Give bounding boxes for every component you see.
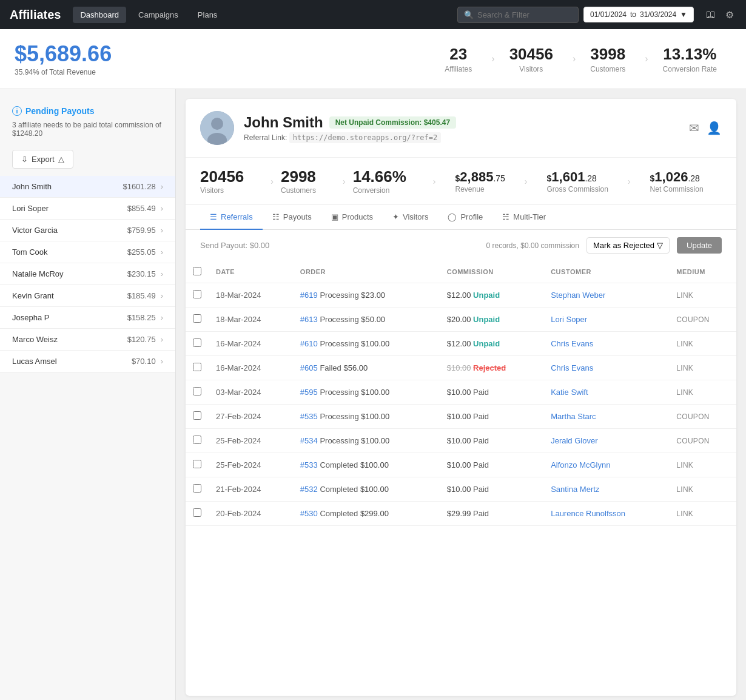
stat-net-commission: $1,026.28 Net Commission: [638, 169, 716, 194]
customer-link[interactable]: Martha Starc: [551, 412, 596, 421]
currency-symbol: $: [15, 41, 27, 66]
col-order: ORDER: [293, 261, 440, 283]
commission-status: Rejected: [473, 363, 506, 372]
row-order: #530 Completed $299.00: [293, 502, 440, 526]
row-checkbox[interactable]: [186, 356, 209, 380]
order-link[interactable]: #533: [300, 460, 318, 469]
nav-plans[interactable]: Plans: [190, 7, 225, 23]
medium-label: LINK: [676, 461, 693, 469]
order-link[interactable]: #530: [300, 509, 318, 518]
profile-icon: ◯: [448, 212, 457, 221]
tab-referrals[interactable]: ☰ Referrals: [200, 205, 263, 230]
customer-link[interactable]: Chris Evans: [551, 339, 593, 348]
order-amount: $100.00: [360, 460, 389, 469]
row-checkbox[interactable]: [186, 332, 209, 356]
row-checkbox[interactable]: [186, 380, 209, 405]
tab-payouts[interactable]: ☷ Payouts: [263, 205, 321, 230]
row-commission: $10.00 Paid: [440, 477, 543, 502]
customer-link[interactable]: Lori Soper: [551, 315, 587, 324]
row-checkbox[interactable]: [186, 477, 209, 502]
row-medium: LINK: [669, 477, 736, 502]
order-link[interactable]: #534: [300, 436, 318, 445]
tab-multitier[interactable]: ☵ Multi-Tier: [492, 205, 556, 230]
referral-url[interactable]: https://demo.storeapps.org/?ref=2: [289, 132, 441, 143]
order-amount: $50.00: [361, 315, 385, 324]
order-status: Processing: [320, 339, 358, 348]
row-medium: LINK: [669, 502, 736, 526]
referral-link-row: Referral Link: https://demo.storeapps.or…: [244, 133, 679, 142]
row-date: 18-Mar-2024: [209, 308, 293, 332]
medium-label: LINK: [676, 364, 693, 372]
row-customer: Chris Evans: [543, 356, 669, 380]
affiliate-item[interactable]: Marco Weisz $120.75 ›: [0, 329, 175, 351]
search-box[interactable]: 🔍: [457, 7, 579, 23]
row-order: #619 Processing $23.00: [293, 283, 440, 308]
affiliate-item[interactable]: Natalie McRoy $230.15 ›: [0, 263, 175, 285]
book-icon[interactable]: 🕮: [704, 7, 718, 23]
tab-profile[interactable]: ◯ Profile: [438, 205, 492, 230]
order-status: Processing: [320, 388, 358, 397]
affiliate-item[interactable]: Josepha P $158.25 ›: [0, 307, 175, 329]
email-icon[interactable]: ✉: [689, 121, 699, 135]
row-date: 18-Mar-2024: [209, 283, 293, 308]
order-link[interactable]: #613: [300, 315, 318, 324]
search-input[interactable]: [477, 10, 572, 19]
select-all-checkbox[interactable]: [193, 267, 201, 275]
row-checkbox[interactable]: [186, 405, 209, 429]
affiliate-item[interactable]: Kevin Grant $185.49 ›: [0, 285, 175, 307]
affiliate-item[interactable]: Victor Garcia $759.95 ›: [0, 220, 175, 241]
commission-status: Paid: [473, 460, 489, 469]
row-order: #535 Processing $100.00: [293, 405, 440, 429]
settings-icon[interactable]: ⚙: [723, 7, 736, 23]
order-link[interactable]: #535: [300, 412, 318, 421]
customer-link[interactable]: Stephan Weber: [551, 291, 605, 300]
chevron-right-icon: ›: [161, 335, 163, 344]
tab-products[interactable]: ▣ Products: [321, 205, 383, 230]
customer-link[interactable]: Alfonzo McGlynn: [551, 460, 610, 469]
order-link[interactable]: #619: [300, 291, 318, 300]
row-checkbox[interactable]: [186, 453, 209, 477]
customer-link[interactable]: Katie Swift: [551, 388, 588, 397]
row-checkbox[interactable]: [186, 308, 209, 332]
order-status: Completed: [320, 460, 358, 469]
nav-campaigns[interactable]: Campaigns: [131, 7, 186, 23]
chevron-right-icon: ›: [161, 182, 163, 191]
daterange-from: 01/01/2024: [590, 10, 627, 19]
row-medium: LINK: [669, 380, 736, 405]
affiliate-item[interactable]: Lori Soper $855.49 ›: [0, 198, 175, 220]
table-row: 03-Mar-2024 #595 Processing $100.00 $10.…: [186, 380, 736, 405]
affiliate-item[interactable]: Lucas Amsel $70.10 ›: [0, 351, 175, 372]
customer-link[interactable]: Laurence Runolfsson: [551, 509, 625, 518]
topnav: Affiliates Dashboard Campaigns Plans 🔍 0…: [0, 0, 746, 29]
order-status: Processing: [320, 315, 358, 324]
chevron-right-icon: ›: [161, 313, 163, 322]
metric-customers: 3998 Customers ›: [576, 45, 648, 73]
row-customer: Chris Evans: [543, 332, 669, 356]
order-link[interactable]: #532: [300, 485, 318, 494]
customer-link[interactable]: Chris Evans: [551, 363, 593, 372]
order-link[interactable]: #605: [300, 363, 318, 372]
customer-link[interactable]: Santina Mertz: [551, 485, 599, 494]
send-payout-link[interactable]: Send Payout: $0.00: [200, 241, 269, 250]
affiliate-item[interactable]: John Smith $1601.28 ›: [0, 176, 175, 198]
order-link[interactable]: #610: [300, 339, 318, 348]
row-checkbox[interactable]: [186, 429, 209, 453]
daterange-picker[interactable]: 01/01/2024 to 31/03/2024 ▼: [583, 7, 694, 22]
row-checkbox[interactable]: [186, 502, 209, 526]
nav-dashboard[interactable]: Dashboard: [73, 7, 126, 23]
chevron-down-icon: △: [58, 155, 64, 164]
customer-link[interactable]: Jerald Glover: [551, 436, 597, 445]
row-checkbox[interactable]: [186, 283, 209, 308]
order-status: Completed: [320, 485, 358, 494]
pending-subtitle: 3 affiliate needs to be paid total commi…: [0, 121, 175, 145]
tab-visitors[interactable]: ✦ Visitors: [383, 205, 438, 230]
row-commission: $12.00 Unpaid: [440, 332, 543, 356]
chevron-down-icon: ▽: [657, 241, 663, 250]
affiliate-item[interactable]: Tom Cook $255.05 ›: [0, 241, 175, 263]
status-select[interactable]: Mark as Rejected ▽: [586, 237, 670, 254]
export-button[interactable]: ⇩ Export △: [12, 150, 73, 169]
topnav-icons: 🕮 ⚙: [704, 7, 736, 23]
update-button[interactable]: Update: [677, 237, 722, 254]
order-link[interactable]: #595: [300, 388, 318, 397]
user-icon[interactable]: 👤: [707, 121, 722, 135]
